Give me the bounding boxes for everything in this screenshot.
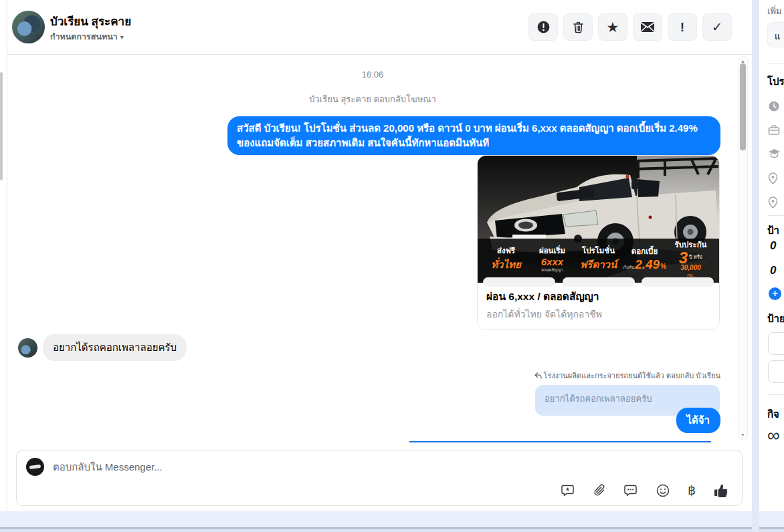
contact-name: บัวเรียน สุระคาย xyxy=(50,12,131,30)
contact-avatar-small[interactable] xyxy=(18,338,37,358)
add-icon[interactable]: + xyxy=(769,287,781,300)
divider xyxy=(767,394,784,395)
chevron-down-icon: ▾ xyxy=(120,33,124,41)
reply-input[interactable] xyxy=(53,458,468,475)
attach-button[interactable] xyxy=(593,484,606,497)
mark-unread-button[interactable] xyxy=(633,13,662,41)
messenger-inbox-page: บัวเรียน สุระคาย กำหนดการสนทนา▾ ★ ! ✓ xyxy=(0,0,784,532)
banner-col-shipping: ส่งฟรี ทั่วไทย xyxy=(483,245,529,273)
sidebar-action-button[interactable]: แ xyxy=(767,22,784,47)
banner-col-warranty: รับประกัน 3 ปี หรือ 30,000 กม. xyxy=(668,239,714,279)
ad-attachment-card: ส่งฟรี ทั่วไทย ผ่อนเริ่ม 6xxx ตลอดสัญญา … xyxy=(477,155,720,330)
unread-envelope-icon xyxy=(640,21,655,33)
sidebar-section-labels-2: ป้าย xyxy=(767,311,784,327)
ad-reply-context-note: บัวเรียน สุระคาย ตอบกลับโฆษณา xyxy=(7,92,738,106)
sidebar-section-profile: โปร xyxy=(767,74,784,90)
sidebar-more-label: เพิ่ม xyxy=(767,4,782,18)
pin-icon xyxy=(768,172,778,187)
contact-avatar[interactable] xyxy=(12,11,45,43)
reply-context-text: โรงงานผลิตและกระจายรถยนต์ใช้แล้ว ตอบกลับ… xyxy=(544,370,720,382)
sticker-button[interactable] xyxy=(561,484,575,497)
check-icon: ✓ xyxy=(712,19,722,35)
banner-col-promotion: โปรโมชั่น ฟรีดาวน์ xyxy=(575,245,621,273)
scroll-down-arrow[interactable]: ▼ xyxy=(739,432,747,437)
education-icon xyxy=(768,148,781,162)
sidebar-section-activity: กิจ xyxy=(767,406,779,422)
sidebar-phone-2: 0 xyxy=(770,264,776,277)
page-avatar xyxy=(26,458,44,476)
reply-context-row: โรงงานผลิตและกระจายรถยนต์ใช้แล้ว ตอบกลับ… xyxy=(534,370,720,382)
reply-arrow-icon xyxy=(534,372,542,379)
conversation-toolbar: ★ ! ✓ xyxy=(528,13,732,41)
sidebar-label-box[interactable] xyxy=(768,360,784,383)
banner-col-installment: ผ่อนเริ่ม 6xxx ตลอดสัญญา xyxy=(529,245,575,273)
chat-scrollbar[interactable]: ▲ ▼ xyxy=(738,56,748,440)
mark-important-button[interactable]: ! xyxy=(668,13,697,41)
page-reply-bubble[interactable]: ได้จ้า xyxy=(676,408,721,433)
sidebar-label-box[interactable] xyxy=(768,332,784,355)
plate-shape xyxy=(563,277,635,287)
sidebar-phone-1: 0 xyxy=(770,239,776,253)
delete-button[interactable] xyxy=(563,13,593,41)
report-icon xyxy=(536,20,551,34)
page-bottom-sub-strip xyxy=(0,529,784,532)
emoji-button[interactable] xyxy=(656,484,670,497)
briefcase-icon xyxy=(768,124,780,138)
ad-truck-photo[interactable]: ส่งฟรี ทั่วไทย ผ่อนเริ่ม 6xxx ตลอดสัญญา … xyxy=(478,156,719,283)
ad-card-info[interactable]: ผ่อน 6,xxx / ตลอดสัญญา ออกได้ทั่วไทย จัด… xyxy=(478,283,719,329)
sticker-icon xyxy=(561,484,575,497)
banner-col-interest: ดอกเบี้ย เริ่มต้น 2.49 % xyxy=(621,245,668,272)
panel-gap xyxy=(752,0,759,532)
plate-shape xyxy=(642,277,714,287)
mark-done-button[interactable]: ✓ xyxy=(702,13,732,41)
report-button[interactable] xyxy=(528,13,558,41)
ad-card-title: ผ่อน 6,xxx / ตลอดสัญญา xyxy=(486,288,710,305)
exclamation-icon: ! xyxy=(680,20,684,35)
like-icon xyxy=(714,483,728,497)
paperclip-icon xyxy=(593,484,606,497)
trash-icon xyxy=(572,21,585,34)
composer-actions: ฿ xyxy=(561,483,728,498)
star-icon: ★ xyxy=(607,20,619,34)
like-button[interactable] xyxy=(714,483,728,497)
scrollbar-thumb[interactable] xyxy=(740,63,746,150)
unread-divider-line xyxy=(409,441,711,442)
emoji-icon xyxy=(656,484,670,497)
ad-card-subtitle: ออกได้ทั่วไทย จัดได้ทุกอาชีพ xyxy=(486,307,710,321)
divider xyxy=(767,63,784,64)
divider xyxy=(767,215,784,216)
follow-up-button[interactable]: ★ xyxy=(598,13,627,41)
baht-icon: ฿ xyxy=(688,483,696,498)
contact-details-sidebar: เพิ่ม แ โปร ป้า 0 0 + ป้าย กิจ ∞ xyxy=(759,0,784,496)
clock-icon xyxy=(768,100,780,115)
pin-icon xyxy=(768,196,778,211)
ad-banner-plates xyxy=(478,277,719,287)
saved-replies-button[interactable] xyxy=(624,484,638,497)
incoming-message-bubble[interactable]: อยากได้รถคอกเพลาลอยครับ xyxy=(43,334,187,361)
chat-body: 16:06 บัวเรียน สุระคาย ตอบกลับโฆษณา สวัส… xyxy=(7,55,752,442)
chat-header: บัวเรียน สุระคาย กำหนดการสนทนา▾ ★ ! ✓ xyxy=(7,0,752,55)
payment-button[interactable]: ฿ xyxy=(688,483,696,498)
left-scrollbar-thumb[interactable] xyxy=(0,72,3,180)
scroll-up-arrow[interactable]: ▲ xyxy=(739,59,747,63)
meta-logo-icon: ∞ xyxy=(767,425,780,446)
saved-replies-icon xyxy=(624,484,638,497)
conversation-schedule-dropdown[interactable]: กำหนดการสนทนา▾ xyxy=(50,30,124,43)
ad-promo-banner: ส่งฟรี ทั่วไทย ผ่อนเริ่ม 6xxx ตลอดสัญญา … xyxy=(478,239,719,283)
timestamp: 16:06 xyxy=(7,70,738,80)
outgoing-message-bubble[interactable]: สวัสดี บัวเรียน! โปรโมชั่น ส่วนลด 20,000… xyxy=(227,116,720,155)
plate-shape xyxy=(483,277,555,287)
reply-composer: ฿ xyxy=(16,450,743,506)
sidebar-section-labels-1: ป้า xyxy=(767,223,779,239)
